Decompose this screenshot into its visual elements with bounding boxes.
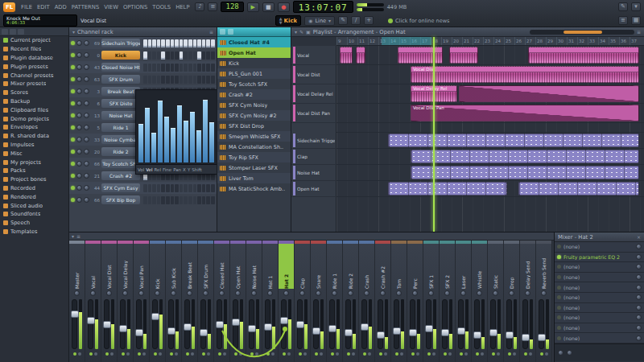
fx-panel-header[interactable]: Mixer - Hat 2 × [555,232,644,242]
pan-knob[interactable] [316,290,321,296]
route-led[interactable] [287,352,291,356]
step-cell[interactable] [143,76,147,84]
menu-file[interactable]: FILE [19,4,35,10]
pan-knob[interactable] [76,149,82,154]
step-cell[interactable] [175,39,179,47]
pan-knob[interactable] [364,290,369,296]
route-led[interactable] [481,352,484,356]
browser-item-recent-files[interactable]: Recent files [0,45,68,54]
channel-button[interactable]: Sidechain Trigger [101,39,140,47]
mixer-strip-drop[interactable]: Drop [504,241,520,362]
volume-fader[interactable] [249,299,254,349]
audio-clip[interactable] [528,47,639,64]
mixer-strip-static[interactable]: Static [488,241,504,362]
sample-item-ma-staticshock-amb[interactable]: MA StaticShock Amb.. [217,183,291,194]
mute-led[interactable] [89,352,93,356]
slot-enable-led[interactable] [557,275,561,279]
pan-knob[interactable] [74,290,80,296]
channel-enable-led[interactable] [71,198,75,202]
volume-fader[interactable] [345,299,351,349]
graph-tab-fine[interactable]: Fine [163,167,171,172]
sample-item-sfx-dist-drop[interactable]: SFX Dist Drop [217,121,291,131]
sample-list-header[interactable] [217,27,291,37]
draw-tool-icon[interactable]: ✎ [338,16,348,25]
pan-knob[interactable] [76,137,82,142]
volume-fader[interactable] [297,299,303,349]
browser-search-icon[interactable] [10,29,16,35]
browser-item-templates[interactable]: Templates [0,228,68,237]
fader-thumb[interactable] [506,331,514,339]
fx-slot-2[interactable]: Fruity parametric EQ 2 [555,253,644,263]
step-cell[interactable] [152,184,156,192]
mute-led[interactable] [411,352,415,356]
step-cell[interactable] [148,39,152,47]
fader-thumb[interactable] [296,321,304,328]
route-led[interactable] [142,352,146,356]
pan-knob[interactable] [76,64,82,70]
pan-knob[interactable] [493,290,498,296]
mute-led[interactable] [73,352,76,356]
fader-thumb[interactable] [135,329,143,336]
graph-tab-x[interactable]: X [183,167,186,172]
step-cell[interactable] [184,39,188,47]
volume-fader[interactable] [265,299,270,349]
slot-enable-led[interactable] [557,336,561,340]
velocity-bar[interactable] [171,128,175,163]
dry-wet-knob[interactable] [558,350,564,356]
pan-knob[interactable] [76,185,82,191]
rack-menu-icon[interactable]: ≡ [209,29,213,35]
snap-selector[interactable]: ◉ Line ▾ [304,16,335,26]
step-cell[interactable] [175,76,179,84]
menu-tools[interactable]: TOOLS [150,4,173,10]
step-cell[interactable] [148,196,152,204]
step-cell[interactable] [171,51,175,60]
pan-knob[interactable] [477,290,482,296]
step-cell[interactable] [211,39,215,47]
pattern-clip[interactable] [388,182,507,195]
fader-thumb[interactable] [425,325,433,332]
mute-led[interactable] [476,352,479,356]
pan-knob[interactable] [412,290,418,296]
fader-thumb[interactable] [377,331,385,339]
sample-item-toy-rip-sfx[interactable]: Toy Rip SFX [217,152,291,162]
mute-led[interactable] [379,352,382,356]
slot-mix-knob[interactable] [636,325,642,331]
graph-tab-pan[interactable]: Pan [173,167,181,172]
sample-item-toy-scotch-sfx[interactable]: Toy Scotch SFX [217,79,291,89]
slot-mix-knob[interactable] [636,274,642,280]
pan-knob[interactable] [76,197,82,203]
sample-item-crash-2[interactable]: Crash #2 [217,89,291,100]
step-cell[interactable] [171,64,175,72]
route-led[interactable] [191,352,194,356]
channel-enable-led[interactable] [71,186,75,190]
slot-enable-led[interactable] [557,245,561,249]
browser-item-plugin-presets[interactable]: Plugin presets [0,62,68,71]
mute-led[interactable] [202,352,205,356]
mute-led[interactable] [363,352,366,356]
fl-logo[interactable]: FL [3,2,15,12]
pan-knob[interactable] [76,113,82,118]
volume-knob[interactable] [84,52,89,58]
fader-thumb[interactable] [280,317,288,324]
mute-led[interactable] [105,352,109,356]
track-header-vocal[interactable]: Vocal [291,46,336,65]
slot-mix-knob[interactable] [636,264,642,269]
record-button[interactable]: ● [278,2,290,12]
browser-item-demo-projects[interactable]: Demo projects [0,114,68,123]
pan-knob[interactable] [299,290,305,296]
step-cell[interactable] [148,64,152,72]
pan-knob[interactable] [76,173,82,179]
step-cell[interactable] [180,64,184,72]
route-led[interactable] [368,352,371,356]
channel-enable-led[interactable] [71,150,75,154]
fx-slot-5[interactable]: (none) [555,282,644,293]
sample-item-stomper-laser-sfx[interactable]: Stomper Laser SFX [217,162,291,173]
volume-fader[interactable] [410,299,415,349]
pan-knob[interactable] [283,290,289,296]
step-cell[interactable] [188,39,192,47]
mixer-strip-laser[interactable]: Laser [456,241,472,362]
route-led[interactable] [271,352,275,356]
route-led[interactable] [207,352,210,356]
step-cell[interactable] [157,39,161,47]
pan-knob[interactable] [90,290,96,296]
